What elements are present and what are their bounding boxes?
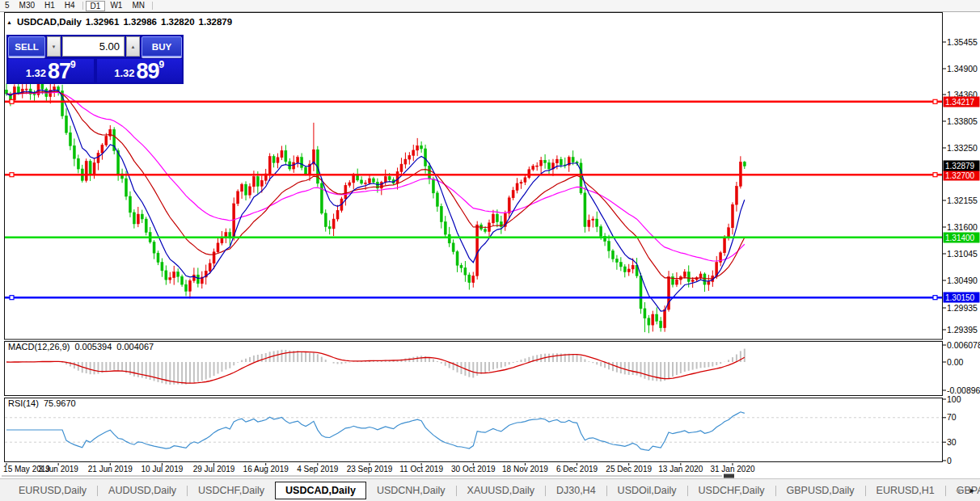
- candle-body: [277, 158, 279, 162]
- candle-body: [420, 145, 423, 149]
- line-anchor-square: [10, 173, 14, 177]
- candle-body: [508, 198, 510, 213]
- candle-body: [361, 180, 363, 183]
- candle-body: [125, 179, 128, 196]
- line-anchor-square: [933, 99, 937, 103]
- candle-body: [105, 137, 108, 145]
- candle-body: [640, 276, 642, 309]
- candle-body: [281, 150, 283, 157]
- buy-price-pip: 9: [159, 60, 165, 69]
- sell-price-pip: 9: [70, 60, 76, 69]
- candle-body: [544, 160, 547, 162]
- triangle-down-icon: ▼: [52, 44, 57, 49]
- candle-body: [416, 145, 419, 149]
- buy-price-box[interactable]: 1.32 89 9: [97, 59, 183, 82]
- date-tick-label: 18 Nov 2019: [502, 465, 548, 474]
- candle-body: [512, 191, 514, 198]
- candle-body: [660, 321, 662, 327]
- candle-body: [93, 163, 95, 174]
- candle-body: [452, 243, 454, 252]
- candle-body: [532, 166, 534, 169]
- candle-body: [196, 275, 199, 284]
- candle-body: [400, 164, 403, 171]
- buy-price-prefix: 1.32: [114, 65, 134, 82]
- candle-body: [699, 274, 702, 278]
- candle-body: [708, 282, 710, 285]
- price-tick-label: 1.29935: [947, 303, 978, 313]
- candle-body: [41, 83, 44, 89]
- candle-body: [165, 271, 167, 280]
- rsi-tick-label: 0: [947, 456, 952, 465]
- candle-body: [429, 166, 431, 179]
- chart-title: ▲ USDCAD,Daily 1.32961 1.32986 1.32820 1…: [6, 17, 232, 27]
- macd-tick-label: 0.00: [947, 357, 964, 367]
- candle-body: [460, 265, 463, 267]
- volume-increase-button[interactable]: ▲: [126, 36, 140, 57]
- candle-body: [555, 159, 558, 163]
- candle-body: [245, 184, 247, 195]
- candle-body: [540, 160, 543, 166]
- sell-button[interactable]: SELL: [8, 36, 45, 57]
- hscroll-thumb[interactable]: [724, 474, 734, 478]
- candle-body: [137, 214, 139, 224]
- candle-body: [365, 183, 367, 183]
- date-tick-label: 16 Aug 2019: [243, 465, 289, 474]
- one-click-trade-panel: SELL ▼ 5.00 ▲ BUY 1.32 87 9 1.32 89 9: [6, 35, 184, 84]
- candle-body: [627, 269, 630, 272]
- candle-body: [623, 267, 626, 272]
- candle-body: [89, 162, 91, 174]
- candle-body: [652, 314, 654, 325]
- candle-body: [396, 171, 399, 183]
- candle-body: [272, 157, 275, 163]
- date-tick-label: 13 Jan 2020: [658, 465, 703, 474]
- rsi-tick-label: 70: [947, 412, 957, 422]
- macd-tick-label: 0.006078: [947, 340, 980, 350]
- volume-decrease-button[interactable]: ▼: [47, 36, 61, 57]
- candle-body: [237, 192, 239, 204]
- line-anchor-square: [933, 173, 937, 177]
- candle-body: [256, 177, 259, 187]
- rsi-tick-label: 30: [947, 437, 957, 447]
- rsi-name: RSI(14): [8, 398, 39, 408]
- candle-body: [173, 272, 175, 278]
- line-anchor-square: [10, 99, 14, 103]
- sell-price-prefix: 1.32: [26, 65, 46, 82]
- candle-body: [496, 214, 498, 222]
- candle-body: [252, 177, 255, 187]
- candle-body: [703, 274, 706, 284]
- ohlc-open: 1.32961: [86, 17, 120, 27]
- date-tick-label: 21 Jun 2019: [88, 465, 133, 474]
- rsi-label: RSI(14) 75.9670: [8, 398, 76, 408]
- price-tick-label: 1.34900: [947, 64, 978, 74]
- candle-body: [188, 280, 191, 291]
- candle-body: [484, 229, 487, 232]
- candle-body: [192, 275, 195, 280]
- candle-body: [53, 87, 56, 91]
- candle-body: [584, 193, 586, 227]
- date-tick-label: 23 Sep 2019: [347, 465, 393, 474]
- collapse-icon[interactable]: ▲: [6, 19, 12, 25]
- candle-body: [572, 158, 574, 162]
- candle-body: [632, 265, 634, 269]
- sell-price-box[interactable]: 1.32 87 9: [8, 59, 94, 82]
- candle-body: [384, 177, 387, 183]
- price-tag-label: 1.31400: [945, 234, 975, 242]
- candle-body: [73, 145, 75, 158]
- candle-body: [588, 221, 590, 227]
- candle-body: [336, 210, 339, 219]
- candle-body: [425, 149, 427, 166]
- candle-body: [592, 219, 594, 221]
- buy-button[interactable]: BUY: [142, 36, 182, 57]
- candle-body: [448, 234, 450, 243]
- candle-body: [683, 272, 686, 277]
- candle-body: [297, 158, 299, 162]
- candle-body: [177, 272, 180, 277]
- candle-body: [169, 278, 171, 280]
- candle-body: [185, 284, 188, 291]
- volume-input[interactable]: 5.00: [62, 36, 125, 57]
- candle-body: [548, 162, 551, 169]
- candle-body: [476, 225, 479, 276]
- price-tick-label: 1.33250: [947, 143, 978, 153]
- macd-main-value: 0.005394: [74, 342, 112, 352]
- candle-body: [248, 187, 251, 195]
